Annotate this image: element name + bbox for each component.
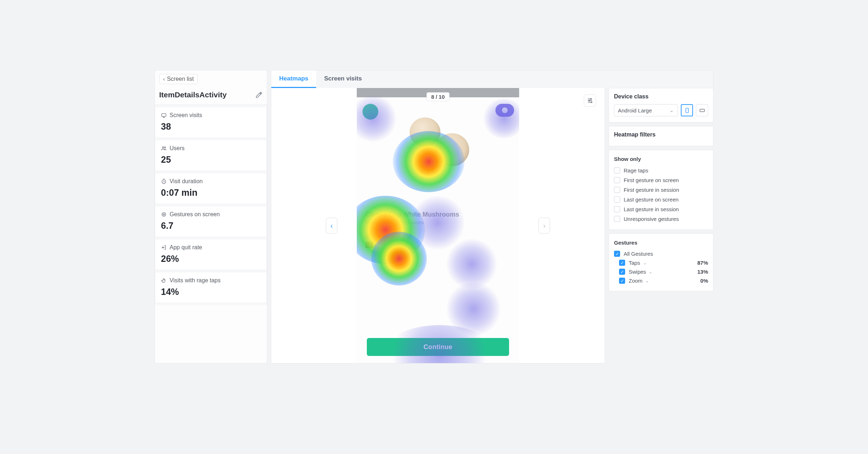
- prev-screenshot-button[interactable]: ‹: [326, 218, 337, 233]
- tab-label: Screen visits: [324, 75, 362, 82]
- tab-heatmaps[interactable]: Heatmaps: [271, 70, 316, 88]
- checkbox-icon: [614, 216, 620, 222]
- filter-label: Unresponsive gestures: [624, 216, 679, 222]
- show-only-card: Show only Rage taps First gesture on scr…: [609, 150, 714, 230]
- minus-icon: [365, 242, 373, 248]
- gesture-swipes[interactable]: ✓ Swipes ⌄ 13%: [614, 267, 708, 276]
- gesture-label: Swipes: [629, 269, 646, 275]
- gesture-zoom[interactable]: ✓ Zoom ⌄ 0%: [614, 276, 708, 285]
- metric-value: 0:07 min: [161, 187, 261, 198]
- filter-unresponsive-gestures[interactable]: Unresponsive gestures: [614, 214, 708, 224]
- right-panel: Device class Android Large ⌄: [609, 88, 714, 363]
- portrait-icon: [684, 107, 690, 114]
- clock-icon: [161, 179, 167, 184]
- heatmap-filters-title: Heatmap filters: [614, 131, 708, 138]
- svg-point-2: [165, 147, 166, 148]
- filter-label: Last gesture in session: [624, 206, 679, 212]
- sliders-icon: [587, 97, 593, 104]
- tabs: Heatmaps Screen visits: [271, 70, 714, 88]
- orientation-portrait-button[interactable]: [681, 104, 693, 116]
- sidebar-header: ‹ Screen list ItemDetailsActivity: [155, 70, 267, 105]
- tap-icon: [161, 278, 167, 283]
- metric-value: 38: [161, 121, 261, 132]
- heatmap-viewer: ‹ › 8 / 10: [271, 88, 605, 363]
- svg-point-6: [591, 98, 592, 99]
- orientation-landscape-button[interactable]: [696, 104, 708, 116]
- target-icon: [161, 212, 167, 217]
- exit-icon: [161, 245, 167, 250]
- device-preview: 8 / 10 Closed Cup White Mushrooms White …: [357, 88, 519, 363]
- landscape-icon: [699, 107, 705, 114]
- product-subtitle: White Closed Cup Mushrooms: [365, 220, 424, 225]
- checkbox-icon: [614, 206, 620, 212]
- edit-icon[interactable]: [255, 91, 263, 98]
- chevron-down-icon: ⌄: [669, 107, 674, 114]
- chevron-down-icon: ⌄: [649, 269, 652, 274]
- metric-app-quit-rate: App quit rate 26%: [155, 239, 267, 270]
- checkbox-icon: [614, 196, 620, 203]
- filter-rage-taps[interactable]: Rage taps: [614, 166, 708, 175]
- sidebar: ‹ Screen list ItemDetailsActivity: [154, 70, 267, 363]
- filter-first-gesture-screen[interactable]: First gesture on screen: [614, 175, 708, 185]
- metric-rage-taps: Visits with rage taps 14%: [155, 272, 267, 303]
- filter-first-gesture-session[interactable]: First gesture in session: [614, 185, 708, 195]
- svg-rect-9: [685, 108, 688, 113]
- back-button-label: Screen list: [167, 76, 194, 82]
- back-circle-icon: [363, 104, 378, 120]
- filter-last-gesture-session[interactable]: Last gesture in session: [614, 204, 708, 214]
- viewer-settings-button[interactable]: [584, 94, 596, 107]
- device-class-select[interactable]: Android Large ⌄: [614, 104, 678, 116]
- svg-point-5: [163, 214, 165, 215]
- continue-button: Continue: [367, 338, 509, 356]
- heat-blob: [447, 239, 497, 289]
- back-to-screen-list-button[interactable]: ‹ Screen list: [159, 74, 198, 84]
- screen-visits-icon: [161, 112, 167, 118]
- checkbox-icon: [614, 187, 620, 193]
- metric-value: 14%: [161, 287, 261, 297]
- filter-label: Rage taps: [624, 167, 648, 173]
- metrics-list: Screen visits 38 Users 25: [155, 105, 267, 305]
- continue-label: Continue: [424, 343, 452, 351]
- heat-blob: [357, 196, 425, 264]
- svg-rect-0: [162, 114, 166, 116]
- gesture-percent: 87%: [697, 260, 708, 266]
- gesture-taps[interactable]: ✓ Taps ⌄ 87%: [614, 258, 708, 267]
- svg-point-8: [591, 102, 592, 103]
- checkbox-checked-icon: ✓: [619, 269, 625, 275]
- heat-blob: [371, 232, 427, 286]
- metric-visit-duration: Visit duration 0:07 min: [155, 173, 267, 204]
- metric-value: 26%: [161, 254, 261, 264]
- price-row: $2 1LB: [365, 234, 386, 239]
- heat-blob: [447, 282, 500, 336]
- metric-label: Screen visits: [170, 112, 202, 119]
- gesture-all[interactable]: ✓ All Gestures: [614, 249, 708, 258]
- screen-title: ItemDetailsActivity: [159, 91, 227, 99]
- checkbox-icon: [614, 177, 620, 183]
- svg-point-7: [589, 100, 590, 101]
- device-class-card: Device class Android Large ⌄: [609, 88, 714, 122]
- unit: 1LB: [377, 234, 386, 239]
- tab-label: Heatmaps: [279, 75, 308, 82]
- metric-screen-visits: Screen visits 38: [155, 107, 267, 138]
- chevron-left-icon: ‹: [163, 76, 165, 82]
- tab-screen-visits[interactable]: Screen visits: [316, 70, 370, 88]
- gestures-title: Gestures: [614, 240, 708, 246]
- svg-point-1: [162, 147, 164, 148]
- metric-label: Visits with rage taps: [170, 277, 221, 284]
- product-image: [400, 116, 476, 181]
- gesture-label: Zoom: [629, 278, 642, 284]
- show-only-title: Show only: [614, 156, 708, 162]
- filter-last-gesture-screen[interactable]: Last gesture on screen: [614, 195, 708, 204]
- gesture-percent: 0%: [700, 278, 708, 284]
- svg-rect-10: [700, 109, 705, 111]
- metric-label: Gestures on screen: [170, 211, 220, 218]
- filter-label: Last gesture on screen: [624, 196, 679, 203]
- chevron-left-icon: ‹: [331, 222, 333, 230]
- checkbox-icon: [614, 167, 620, 173]
- checkbox-checked-icon: ✓: [619, 260, 625, 266]
- checkbox-checked-icon: ✓: [614, 251, 620, 257]
- metric-users: Users 25: [155, 140, 267, 171]
- metric-label: Visit duration: [170, 178, 203, 185]
- product-title: Closed Cup White Mushrooms: [365, 211, 459, 218]
- next-screenshot-button[interactable]: ›: [539, 218, 550, 233]
